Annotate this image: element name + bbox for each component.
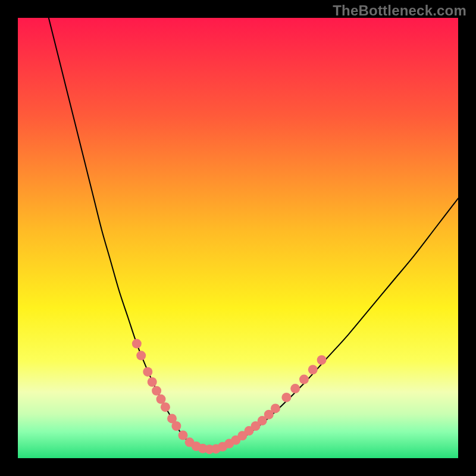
curve-marker: [308, 365, 318, 374]
curve-marker: [171, 421, 181, 431]
curve-marker: [271, 403, 280, 413]
curve-marker: [148, 377, 157, 387]
chart-svg: [18, 18, 458, 458]
curve-marker: [281, 393, 291, 402]
chart-background: [18, 18, 458, 458]
curve-marker: [136, 351, 146, 361]
curve-marker: [132, 339, 142, 349]
curve-marker: [299, 375, 309, 384]
curve-marker: [152, 386, 161, 396]
curve-marker: [178, 431, 188, 440]
curve-marker: [317, 355, 327, 365]
chart-plot: [18, 18, 458, 458]
curve-marker: [143, 367, 152, 377]
curve-marker: [161, 402, 170, 412]
chart-frame: TheBottleneck.com: [0, 0, 476, 476]
watermark-text: TheBottleneck.com: [333, 2, 466, 19]
curve-marker: [290, 384, 300, 393]
